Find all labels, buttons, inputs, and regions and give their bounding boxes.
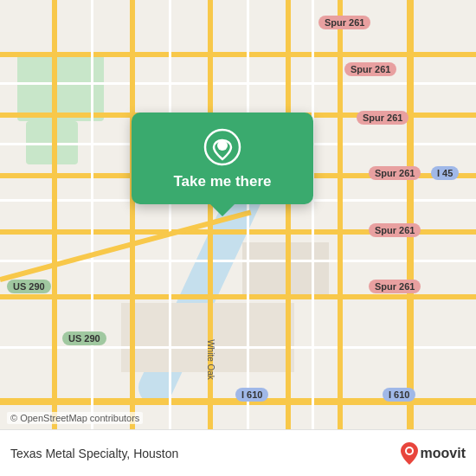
road-v-thin-1 xyxy=(91,0,93,433)
road-v-6 xyxy=(407,0,414,433)
cta-card[interactable]: Take me there xyxy=(132,113,313,204)
badge-spur261-5: Spur 261 xyxy=(369,223,421,237)
street-label-whiteoak: White Oak xyxy=(206,339,215,380)
cta-label: Take me there xyxy=(173,173,271,190)
badge-spur261-2: Spur 261 xyxy=(344,62,396,76)
badge-i45: I 45 xyxy=(431,166,459,180)
badge-i610-2: I 610 xyxy=(383,388,415,402)
bottom-bar: Texas Metal Specialty, Houston moovit xyxy=(0,429,476,476)
road-h-thin-1 xyxy=(0,82,476,85)
moovit-logo: moovit xyxy=(400,441,466,466)
moovit-pin-icon xyxy=(400,441,419,466)
road-h-5 xyxy=(0,294,476,299)
road-h-1 xyxy=(0,52,476,57)
road-v-2 xyxy=(130,0,135,433)
road-v-4 xyxy=(286,0,291,433)
badge-i610-1: I 610 xyxy=(235,388,268,402)
badge-spur261-6: Spur 261 xyxy=(369,280,421,293)
badge-spur261-3: Spur 261 xyxy=(357,111,408,125)
place-title: Texas Metal Specialty, Houston xyxy=(10,447,400,460)
badge-spur261-4: Spur 261 xyxy=(369,166,421,180)
road-v-thin-4 xyxy=(312,0,314,433)
road-v-5 xyxy=(338,0,343,433)
map-container: Spur 261 Spur 261 Spur 261 Spur 261 Spur… xyxy=(0,0,476,476)
road-v-1 xyxy=(52,0,57,433)
badge-spur261-1: Spur 261 xyxy=(318,16,370,29)
road-v-thin-3 xyxy=(247,0,249,433)
map-pin-icon xyxy=(203,128,241,166)
badge-us290-2: US 290 xyxy=(62,331,106,345)
svg-point-3 xyxy=(407,448,412,453)
moovit-text: moovit xyxy=(421,446,466,461)
road-h-thin-5 xyxy=(0,346,476,349)
road-v-thin-2 xyxy=(169,0,171,433)
map-attribution: © OpenStreetMap contributors xyxy=(7,412,143,424)
badge-us290-1: US 290 xyxy=(7,280,51,293)
